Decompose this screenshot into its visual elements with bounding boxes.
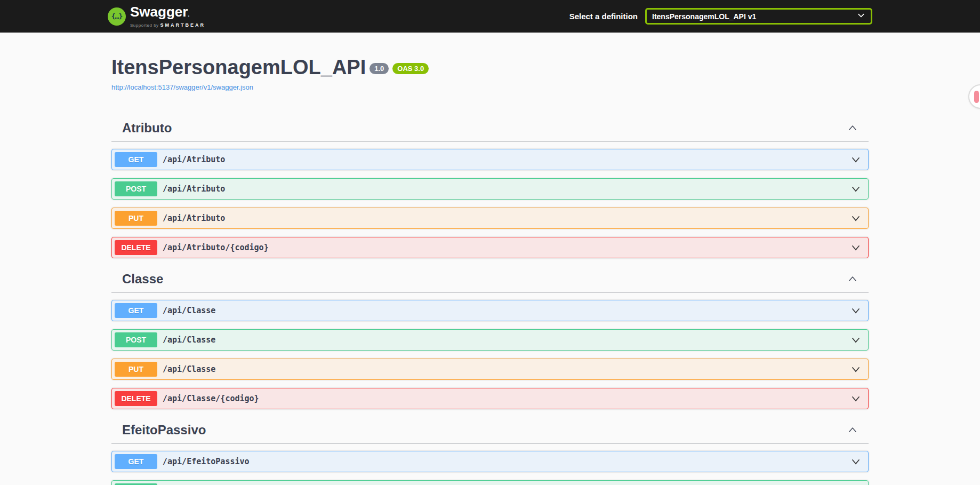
- swagger-logo-icon: {…}: [108, 7, 126, 26]
- operation-path: /api/EfeitoPassivo: [163, 457, 250, 466]
- api-info: ItensPersonagemLOL_API1.0OAS 3.0 http://…: [111, 55, 869, 92]
- operation-row[interactable]: POST /api/Atributo: [111, 178, 869, 200]
- api-tag-section-classe: Classe GET /api/Classe POST /api/Classe …: [111, 266, 869, 409]
- operation-path: /api/Classe: [163, 335, 215, 345]
- chevron-down-icon: [850, 456, 861, 467]
- operations-list: GET /api/EfeitoPassivo POST /api/EfeitoP…: [111, 451, 869, 485]
- operations-list: GET /api/Classe POST /api/Classe PUT /ap…: [111, 300, 869, 409]
- method-badge: GET: [115, 303, 157, 318]
- section-title: EfeitoPassivo: [122, 422, 206, 438]
- chevron-down-icon: [850, 242, 861, 253]
- page-title: ItensPersonagemLOL_API1.0OAS 3.0: [111, 55, 869, 79]
- operation-path: /api/Atributo: [163, 155, 225, 164]
- chevron-down-icon: [850, 364, 861, 375]
- chevron-down-icon: [850, 154, 861, 165]
- swagger-logo-link[interactable]: {…} Swagger. Supported bySMARTBEAR: [108, 5, 205, 28]
- chevron-down-icon: [850, 335, 861, 345]
- definition-select-value: ItensPersonagemLOL_API v1: [652, 12, 857, 21]
- operation-path: /api/Atributo: [163, 213, 225, 223]
- operation-row[interactable]: GET /api/EfeitoPassivo: [111, 451, 869, 472]
- operation-row[interactable]: GET /api/Classe: [111, 300, 869, 321]
- floating-widget-icon: [974, 91, 979, 103]
- chevron-down-icon: [850, 305, 861, 316]
- swagger-tagline: Supported bySMARTBEAR: [130, 22, 205, 28]
- chevron-up-icon: [847, 425, 858, 435]
- operation-path: /api/Atributo: [163, 184, 225, 194]
- section-header[interactable]: EfeitoPassivo: [111, 417, 869, 444]
- definition-area: Select a definition ItensPersonagemLOL_A…: [569, 8, 872, 25]
- main-content: ItensPersonagemLOL_API1.0OAS 3.0 http://…: [111, 33, 869, 485]
- section-header[interactable]: Classe: [111, 266, 869, 293]
- operation-row[interactable]: DELETE /api/Atributo/{codigo}: [111, 237, 869, 258]
- method-badge: DELETE: [115, 240, 157, 255]
- api-tag-section-atributo: Atributo GET /api/Atributo POST /api/Atr…: [111, 115, 869, 258]
- method-badge: GET: [115, 454, 157, 469]
- topbar-wrapper: {…} Swagger. Supported bySMARTBEAR Selec…: [108, 0, 872, 33]
- section-title: Atributo: [122, 120, 172, 136]
- operation-path: /api/Classe: [163, 364, 215, 374]
- chevron-down-icon: [850, 393, 861, 404]
- method-badge: PUT: [115, 362, 157, 377]
- method-badge: GET: [115, 152, 157, 167]
- operation-path: /api/Classe: [163, 306, 215, 315]
- method-badge: POST: [115, 181, 157, 196]
- definition-select[interactable]: ItensPersonagemLOL_API v1: [645, 8, 872, 25]
- swagger-brand-name: Swagger.: [130, 5, 205, 22]
- section-header[interactable]: Atributo: [111, 115, 869, 142]
- operation-row[interactable]: GET /api/Atributo: [111, 149, 869, 170]
- version-badge: 1.0: [369, 63, 389, 74]
- section-title: Classe: [122, 271, 163, 287]
- oas-badge: OAS 3.0: [392, 63, 429, 74]
- method-badge: PUT: [115, 211, 157, 226]
- method-badge: DELETE: [115, 391, 157, 406]
- chevron-down-icon: [857, 11, 865, 22]
- operation-path: /api/Classe/{codigo}: [163, 394, 259, 403]
- select-definition-label: Select a definition: [569, 12, 638, 21]
- chevron-down-icon: [850, 213, 861, 224]
- chevron-up-icon: [847, 123, 858, 133]
- operation-row[interactable]: PUT /api/Atributo: [111, 208, 869, 229]
- chevron-down-icon: [850, 184, 861, 194]
- operation-path: /api/Atributo/{codigo}: [163, 243, 269, 252]
- floating-widget[interactable]: [968, 84, 980, 109]
- spec-url-link[interactable]: http://localhost:5137/swagger/v1/swagger…: [111, 83, 253, 91]
- operation-row[interactable]: POST /api/EfeitoPassivo: [111, 480, 869, 485]
- operation-row[interactable]: PUT /api/Classe: [111, 359, 869, 380]
- chevron-up-icon: [847, 274, 858, 284]
- method-badge: POST: [115, 332, 157, 347]
- operation-row[interactable]: POST /api/Classe: [111, 329, 869, 351]
- sections: Atributo GET /api/Atributo POST /api/Atr…: [111, 115, 869, 485]
- operations-list: GET /api/Atributo POST /api/Atributo PUT…: [111, 149, 869, 258]
- topbar: {…} Swagger. Supported bySMARTBEAR Selec…: [0, 0, 980, 33]
- swagger-logo-text: Swagger. Supported bySMARTBEAR: [130, 5, 205, 28]
- operation-row[interactable]: DELETE /api/Classe/{codigo}: [111, 388, 869, 409]
- api-tag-section-efeitopassivo: EfeitoPassivo GET /api/EfeitoPassivo POS…: [111, 417, 869, 485]
